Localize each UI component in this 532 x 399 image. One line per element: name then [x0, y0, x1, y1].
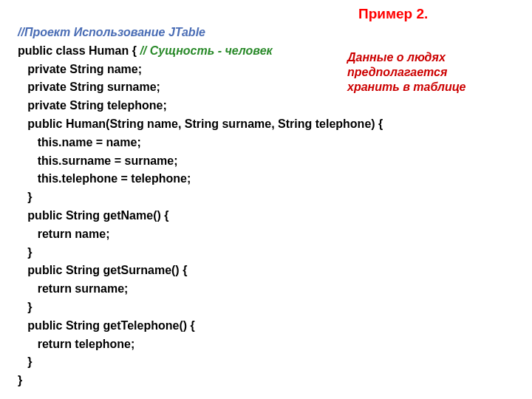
code-line-close1: } — [18, 191, 33, 203]
code-line-gettelephone: public String getTelephone() { — [18, 319, 195, 332]
code-line-this-surname: this.surname = surname; — [18, 154, 178, 167]
code-line-getsurname: public String getSurname() { — [18, 264, 187, 276]
code-line-name: private String name; — [18, 63, 142, 75]
code-line-telephone: private String telephone; — [18, 99, 167, 112]
example-title: Пример 2. — [358, 6, 428, 22]
code-line-this-telephone: this.telephone = telephone; — [18, 172, 191, 185]
code-block: //Проект Использование JTable public cla… — [18, 24, 383, 390]
code-line-close2: } — [18, 246, 33, 259]
code-line-class: public class Human { — [18, 44, 140, 57]
code-line-this-name: this.name = name; — [18, 136, 141, 149]
code-line-ret-surname: return surname; — [18, 282, 128, 295]
code-line-close3: } — [18, 301, 33, 313]
code-line-ctor: public Human(String name, String surname… — [18, 117, 383, 130]
code-line-getname: public String getName() { — [18, 209, 168, 222]
code-line-close4: } — [18, 355, 33, 368]
code-comment-entity: // Сущность - человек — [140, 44, 272, 57]
code-comment-project: //Проект Использование JTable — [18, 26, 205, 38]
code-line-surname: private String surname; — [18, 81, 160, 93]
code-line-ret-telephone: return telephone; — [18, 338, 134, 350]
code-line-close5: } — [18, 374, 22, 386]
code-line-ret-name: return name; — [18, 228, 109, 240]
